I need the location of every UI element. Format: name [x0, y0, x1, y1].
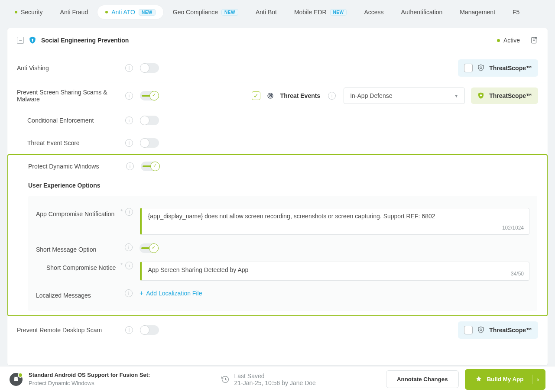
- threatscope-shield-icon: [477, 92, 485, 100]
- info-icon[interactable]: i: [328, 92, 336, 100]
- build-app-button[interactable]: Build My App ›: [465, 369, 545, 390]
- notes-icon[interactable]: +: [530, 36, 538, 44]
- divider: [532, 375, 532, 384]
- info-icon[interactable]: i: [125, 92, 133, 100]
- tab-label: Management: [460, 9, 495, 16]
- tab-authentification[interactable]: Authentification: [393, 5, 451, 19]
- settings-card: − Social Engineering Prevention Active +…: [7, 28, 548, 366]
- tab-security[interactable]: Security: [7, 5, 51, 19]
- toggle-prevent-screen[interactable]: [140, 91, 159, 100]
- tab-anti-bot[interactable]: Anti Bot: [248, 5, 285, 19]
- toggle-prevent-remote[interactable]: [140, 325, 159, 335]
- add-localization-label: Add Localization File: [146, 290, 202, 297]
- highlight-protect-dynamic: Protect Dynamic Windows i User Experienc…: [7, 154, 548, 316]
- threatscope-label: ThreatScope™: [489, 65, 532, 71]
- toggle-conditional[interactable]: [140, 116, 159, 125]
- ux-heading: User Experience Options: [8, 178, 547, 193]
- info-icon[interactable]: i: [125, 289, 133, 297]
- status-active: Active: [497, 37, 520, 44]
- toggle-short-message[interactable]: [140, 243, 159, 253]
- new-badge: NEW: [139, 9, 156, 16]
- tab-label: Mobile EDR: [294, 9, 327, 16]
- input-app-compromise[interactable]: {app_display_name} does not allow screen…: [140, 208, 529, 235]
- threatscope-chip[interactable]: ThreatScope™: [458, 59, 538, 77]
- toggle-protect-dynamic[interactable]: [141, 162, 160, 171]
- input-value: {app_display_name} does not allow screen…: [148, 213, 435, 220]
- svg-text:+: +: [536, 37, 537, 39]
- defense-dropdown[interactable]: In-App Defense ▼: [344, 87, 465, 104]
- spacer-req: [120, 243, 122, 250]
- saved-label: Last Saved: [234, 373, 316, 379]
- row-prevent-remote: Prevent Remote Desktop Scam i ThreatScop…: [7, 316, 548, 344]
- new-badge: NEW: [221, 9, 238, 16]
- footer: Standard Android OS Support for Fusion S…: [0, 366, 555, 392]
- checkbox-threatscope[interactable]: [464, 326, 473, 334]
- tab-anti-fraud[interactable]: Anti Fraud: [52, 5, 96, 19]
- info-icon[interactable]: i: [125, 139, 133, 147]
- status-dot-icon: [497, 39, 500, 42]
- row-short-message-option: Short Message Option i: [36, 239, 529, 257]
- card-title: Social Engineering Prevention: [41, 37, 129, 44]
- info-icon[interactable]: i: [125, 64, 133, 72]
- checkbox-threatscope[interactable]: [464, 64, 473, 72]
- tab-label: Anti Bot: [256, 9, 277, 16]
- history-icon: [221, 375, 230, 384]
- button-label: Annotate Changes: [397, 376, 448, 382]
- toggle-score[interactable]: [140, 138, 159, 148]
- build-icon: [475, 376, 483, 383]
- svg-point-7: [480, 67, 482, 69]
- info-icon[interactable]: i: [125, 117, 133, 124]
- info-icon[interactable]: i: [125, 326, 133, 334]
- input-short-notice[interactable]: App Screen Sharing Detected by App 34/50: [140, 262, 529, 281]
- svg-rect-12: [14, 379, 18, 381]
- saved-detail: 21-Jan-25, 10:56 by Jane Doe: [234, 379, 316, 386]
- tab-management[interactable]: Management: [452, 5, 503, 19]
- tab-label: Authentification: [401, 9, 443, 16]
- label-app-compromise: App Compromise Notification: [36, 208, 120, 217]
- input-value: App Screen Sharing Detected by App: [148, 266, 248, 273]
- threatscope-shield-icon: [477, 64, 485, 72]
- top-tabs: Security Anti Fraud Anti ATO NEW Geo Com…: [0, 0, 555, 24]
- threatscope-label: ThreatScope™: [489, 327, 532, 334]
- info-icon[interactable]: i: [125, 262, 133, 269]
- card-body: Anti Vishing i ThreatScope™ Prevent Scre…: [7, 52, 548, 344]
- tab-access[interactable]: Access: [356, 5, 391, 19]
- chevron-right-icon[interactable]: ›: [537, 376, 539, 383]
- status-dot-icon: [15, 11, 17, 13]
- annotate-button[interactable]: Annotate Changes: [386, 370, 459, 388]
- tab-anti-ato[interactable]: Anti ATO NEW: [97, 5, 163, 19]
- threat-events-label: Threat Events: [280, 92, 321, 99]
- add-localization-link[interactable]: + Add Localization File: [140, 289, 202, 297]
- caret-down-icon: ▼: [454, 94, 458, 98]
- row-protect-dynamic: Protect Dynamic Windows i: [8, 155, 547, 178]
- checkbox-threat-events[interactable]: ✓: [252, 91, 260, 100]
- required-marker: *: [120, 208, 123, 215]
- info-icon[interactable]: i: [125, 243, 133, 251]
- tab-mobile-edr[interactable]: Mobile EDR NEW: [286, 5, 355, 19]
- label-localized: Localized Messages: [36, 289, 120, 299]
- shield-icon: [28, 36, 37, 45]
- info-icon[interactable]: i: [126, 162, 134, 170]
- android-icon: [10, 373, 23, 386]
- info-icon[interactable]: i: [125, 208, 133, 216]
- tab-label: Anti Fraud: [60, 9, 88, 16]
- threatscope-chip-active[interactable]: ThreatScope™: [471, 87, 538, 104]
- button-label: Build My App: [487, 376, 524, 382]
- row-anti-vishing: Anti Vishing i ThreatScope™: [7, 54, 548, 82]
- tab-f5[interactable]: F5: [505, 5, 527, 19]
- label-prevent-remote: Prevent Remote Desktop Scam: [17, 327, 125, 334]
- toggle-anti-vishing[interactable]: [140, 63, 159, 73]
- spacer-req: [120, 289, 122, 296]
- threatscope-label: ThreatScope™: [489, 92, 532, 99]
- collapse-icon[interactable]: −: [17, 37, 24, 44]
- threatscope-chip[interactable]: ThreatScope™: [458, 321, 538, 339]
- row-app-compromise: App Compromise Notification * i {app_dis…: [36, 204, 529, 239]
- tab-label: Geo Compliance: [173, 9, 218, 16]
- row-short-notice: Short Compromise Notice * i App Screen S…: [36, 257, 529, 285]
- tab-geo-compliance[interactable]: Geo Compliance NEW: [165, 5, 246, 19]
- row-score: Threat Event Score i: [7, 132, 548, 154]
- char-count: 102/1024: [502, 225, 524, 231]
- footer-center: Last Saved 21-Jan-25, 10:56 by Jane Doe: [221, 373, 316, 386]
- ux-panel: App Compromise Notification * i {app_dis…: [28, 196, 537, 311]
- footer-line2: Protect Dynamic Windows: [29, 379, 150, 387]
